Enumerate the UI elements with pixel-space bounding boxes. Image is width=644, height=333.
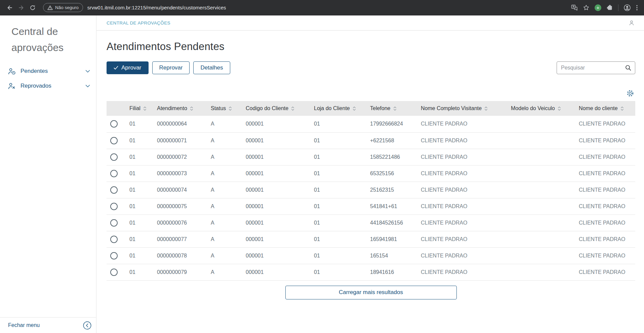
cell-nome-visitante: CLIENTE PADRAO (417, 215, 507, 231)
table-row[interactable]: 01 0000000077 A 000001 01 165941981 CLIE… (107, 231, 635, 247)
column-header-loja-cliente[interactable]: Loja do Cliente (310, 101, 366, 116)
table-row[interactable]: 01 0000000071 A 000001 01 +6221568 CLIEN… (107, 132, 635, 149)
sidebar-item-label: Pendentes (21, 68, 48, 75)
user-icon[interactable] (629, 20, 635, 26)
cell-nome-cliente: CLIENTE PADRAO (575, 149, 635, 165)
settings-gear-icon[interactable] (627, 90, 634, 97)
search-input[interactable] (561, 65, 625, 71)
row-select-radio[interactable] (110, 269, 118, 276)
sort-icon[interactable] (190, 106, 193, 111)
column-header-filial[interactable]: Filial (125, 101, 153, 116)
cell-status: A (207, 149, 242, 165)
collapse-menu-icon[interactable] (83, 321, 92, 330)
details-button[interactable]: Detalhes (193, 61, 230, 74)
cell-modelo-veiculo (507, 231, 575, 247)
breadcrumb[interactable]: CENTRAL DE APROVAÇÕES (107, 20, 170, 26)
cell-modelo-veiculo (507, 264, 575, 280)
row-select-radio[interactable] (110, 137, 118, 144)
row-select-radio[interactable] (110, 252, 118, 259)
sidebar-title: Central de aprovações (0, 15, 96, 64)
column-header-nome-visitante[interactable]: Nome Completo Visitante (417, 101, 507, 116)
cell-telefone: +6221568 (366, 132, 417, 149)
sort-icon[interactable] (143, 106, 147, 111)
column-label: Codigo do Cliente (246, 105, 288, 111)
chevron-down-icon[interactable] (85, 85, 90, 88)
sort-icon[interactable] (393, 106, 397, 111)
add-circle-icon[interactable]: + (595, 4, 601, 11)
row-select-radio[interactable] (110, 120, 118, 128)
url-bar[interactable]: srvw01.itmil.com.br:12215/menu/pendents/… (87, 5, 226, 10)
cell-status: A (207, 231, 242, 247)
table-row[interactable]: 01 0000000073 A 000001 01 65325156 CLIEN… (107, 165, 635, 182)
row-select-radio[interactable] (110, 153, 118, 161)
cell-codigo-cliente: 000001 (242, 182, 310, 198)
cell-filial: 01 (125, 165, 153, 182)
back-icon[interactable] (4, 2, 15, 13)
column-header-status[interactable]: Status (207, 101, 242, 116)
sidebar-item-pendentes[interactable]: Pendentes (0, 64, 96, 79)
sort-icon[interactable] (620, 106, 624, 111)
table-row[interactable]: 01 0000000075 A 000001 01 541841+61 CLIE… (107, 198, 635, 215)
cell-atendimento: 0000000064 (153, 116, 207, 132)
table-header-row: Filial Atendimento Status Codigo do Clie… (107, 101, 635, 116)
column-label: Nome do cliente (579, 105, 618, 111)
column-label: Filial (129, 105, 140, 111)
cell-nome-visitante: CLIENTE PADRAO (417, 116, 507, 132)
cell-modelo-veiculo (507, 149, 575, 165)
column-header-nome-cliente[interactable]: Nome do cliente (575, 101, 635, 116)
cell-filial: 01 (125, 132, 153, 149)
sidebar-item-reprovados[interactable]: Reprovados (0, 79, 96, 93)
sort-icon[interactable] (558, 106, 561, 111)
close-menu-button[interactable]: Fechar menu (0, 317, 96, 333)
column-header-codigo-cliente[interactable]: Codigo do Cliente (242, 101, 310, 116)
cell-status: A (207, 116, 242, 132)
column-header-modelo-veiculo[interactable]: Modelo do Veiculo (507, 101, 575, 116)
table-row[interactable]: 01 0000000072 A 000001 01 1585221486 CLI… (107, 149, 635, 165)
cell-nome-visitante: CLIENTE PADRAO (417, 247, 507, 264)
translate-icon[interactable] (571, 4, 578, 11)
browser-menu-icon[interactable] (636, 4, 638, 11)
approve-button[interactable]: Aprovar (107, 61, 149, 74)
security-badge[interactable]: Não seguro (43, 3, 83, 12)
sort-icon[interactable] (484, 106, 488, 111)
sidebar: Central de aprovações Pendentes Reprovad… (0, 15, 96, 333)
cell-nome-cliente: CLIENTE PADRAO (575, 165, 635, 182)
reload-icon[interactable] (27, 2, 38, 13)
sort-icon[interactable] (291, 106, 294, 111)
cell-modelo-veiculo (507, 132, 575, 149)
column-header-atendimento[interactable]: Atendimento (153, 101, 207, 116)
cell-loja-cliente: 01 (310, 247, 366, 264)
table-row[interactable]: 01 0000000078 A 000001 01 165154 CLIENTE… (107, 247, 635, 264)
cell-atendimento: 0000000076 (153, 215, 207, 231)
cell-telefone: 65325156 (366, 165, 417, 182)
row-select-cell (107, 215, 125, 231)
cell-modelo-veiculo (507, 247, 575, 264)
row-select-radio[interactable] (110, 219, 118, 227)
cell-telefone: 44184526156 (366, 215, 417, 231)
table-row[interactable]: 01 0000000064 A 000001 01 17992666824 CL… (107, 116, 635, 132)
forward-icon[interactable] (15, 2, 27, 13)
sort-icon[interactable] (229, 106, 232, 111)
chevron-down-icon[interactable] (85, 70, 90, 73)
extensions-puzzle-icon[interactable] (606, 4, 613, 11)
load-more-button[interactable]: Carregar mais resultados (285, 286, 457, 299)
table-row[interactable]: 01 0000000074 A 000001 01 25162315 CLIEN… (107, 182, 635, 198)
reject-button[interactable]: Reprovar (152, 61, 190, 74)
search-icon[interactable] (625, 64, 632, 71)
table-row[interactable]: 01 0000000076 A 000001 01 44184526156 CL… (107, 215, 635, 231)
sort-icon[interactable] (353, 106, 356, 111)
row-select-radio[interactable] (110, 203, 118, 210)
row-select-radio[interactable] (110, 236, 118, 243)
cell-nome-visitante: CLIENTE PADRAO (417, 198, 507, 215)
table-row[interactable]: 01 0000000079 A 000001 01 18941616 CLIEN… (107, 264, 635, 280)
cell-loja-cliente: 01 (310, 264, 366, 280)
bookmark-star-icon[interactable] (583, 4, 590, 11)
column-header-telefone[interactable]: Telefone (366, 101, 417, 116)
row-select-radio[interactable] (110, 170, 118, 177)
row-select-radio[interactable] (110, 186, 118, 194)
row-select-cell (107, 247, 125, 264)
cell-codigo-cliente: 000001 (242, 165, 310, 182)
cell-loja-cliente: 01 (310, 198, 366, 215)
cell-filial: 01 (125, 247, 153, 264)
profile-avatar-icon[interactable] (623, 4, 631, 11)
